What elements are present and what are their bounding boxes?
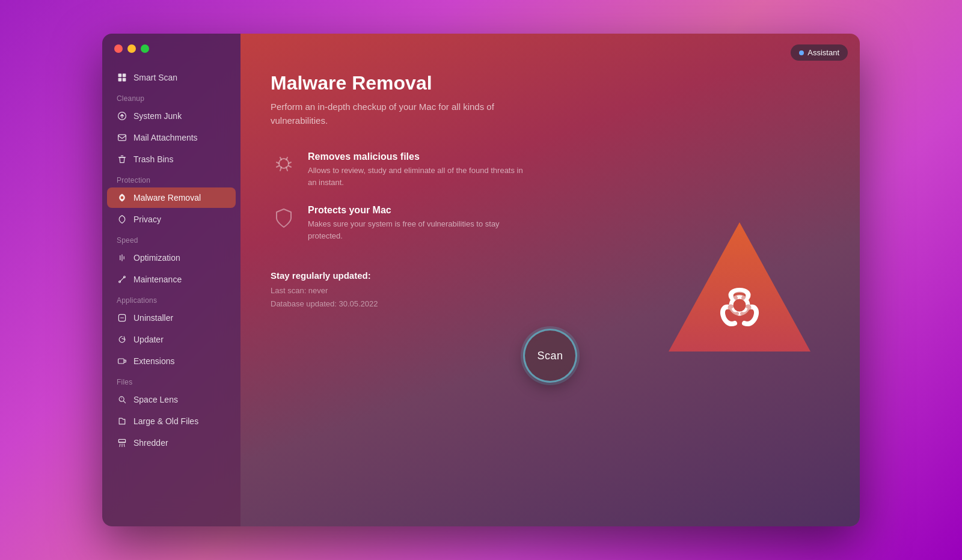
sidebar-item-label: Smart Scan [133, 73, 226, 82]
maintenance-icon [117, 274, 127, 285]
sidebar-item-label: System Junk [133, 111, 226, 121]
main-content: Assistant [240, 34, 860, 526]
system-junk-icon [117, 111, 127, 121]
sidebar-item-label: Mail Attachments [133, 133, 226, 142]
page-subtitle: Perform an in-depth checkup of your Mac … [271, 100, 499, 127]
space-lens-icon [117, 394, 127, 405]
uninstaller-icon [117, 312, 127, 323]
updater-icon [117, 334, 127, 345]
scan-button[interactable]: Scan [523, 329, 577, 383]
sidebar-item-malware-removal[interactable]: Malware Removal [107, 187, 236, 208]
sidebar-item-large-old-files[interactable]: Large & Old Files [107, 411, 236, 431]
svg-rect-0 [118, 74, 122, 78]
sidebar-item-shredder[interactable]: Shredder [107, 433, 236, 453]
sidebar-item-label: Shredder [133, 438, 226, 448]
svg-rect-5 [118, 135, 126, 141]
sidebar-item-label: Large & Old Files [133, 416, 226, 426]
feature-desc: Allows to review, study and eliminate al… [308, 165, 524, 188]
sidebar-section-speed: Speed [102, 230, 240, 247]
svg-rect-2 [118, 78, 122, 82]
sidebar-item-space-lens[interactable]: Space Lens [107, 389, 236, 410]
page-title: Malware Removal [271, 72, 830, 94]
svg-point-6 [121, 196, 124, 199]
svg-point-22 [279, 159, 289, 168]
sidebar-item-label: Optimization [133, 253, 226, 263]
biohazard-icon [655, 204, 824, 373]
optimization-icon [117, 252, 127, 263]
sidebar-item-label: Uninstaller [133, 313, 226, 323]
svg-rect-16 [118, 439, 125, 442]
sidebar-item-label: Privacy [133, 215, 226, 224]
feature-removes-text: Removes malicious files Allows to review… [308, 151, 524, 188]
feature-title: Removes malicious files [308, 151, 524, 162]
sidebar-item-maintenance[interactable]: Maintenance [107, 269, 236, 290]
svg-rect-3 [123, 78, 126, 82]
close-button[interactable] [114, 44, 123, 53]
assistant-dot [799, 50, 804, 55]
svg-line-17 [120, 444, 120, 447]
sidebar-item-system-junk[interactable]: System Junk [107, 106, 236, 126]
sidebar-item-label: Updater [133, 335, 226, 344]
assistant-button[interactable]: Assistant [791, 44, 848, 61]
sidebar-section-protection: Protection [102, 170, 240, 187]
maximize-button[interactable] [141, 44, 149, 53]
sidebar-item-optimization[interactable]: Optimization [107, 248, 236, 268]
svg-rect-13 [118, 359, 124, 364]
sidebar-item-label: Extensions [133, 356, 226, 366]
privacy-icon [117, 214, 127, 225]
feature-title: Protects your Mac [308, 205, 524, 216]
sidebar-item-label: Trash Bins [133, 154, 226, 164]
sidebar-item-label: Maintenance [133, 275, 226, 284]
extensions-icon [117, 356, 127, 367]
trash-icon [117, 154, 127, 165]
sidebar-item-updater[interactable]: Updater [107, 329, 236, 350]
sidebar-item-privacy[interactable]: Privacy [107, 209, 236, 230]
svg-rect-1 [123, 74, 126, 78]
feature-removes-malicious: Removes malicious files Allows to review… [271, 151, 830, 188]
assistant-label: Assistant [807, 48, 839, 57]
feature-protects-text: Protects your Mac Makes sure your system… [308, 205, 524, 242]
sidebar-item-trash-bins[interactable]: Trash Bins [107, 149, 236, 169]
bug-icon [271, 151, 297, 178]
sidebar-section-files: Files [102, 372, 240, 389]
shredder-icon [117, 437, 127, 448]
sidebar-item-label: Space Lens [133, 395, 226, 404]
sidebar-section-cleanup: Cleanup [102, 88, 240, 105]
feature-desc: Makes sure your system is free of vulner… [308, 218, 524, 242]
sidebar: Smart Scan Cleanup System Junk Mail Att [102, 34, 240, 526]
app-window: Smart Scan Cleanup System Junk Mail Att [102, 34, 860, 526]
svg-line-19 [124, 444, 124, 447]
sidebar-item-mail-attachments[interactable]: Mail Attachments [107, 127, 236, 148]
large-files-icon [117, 416, 127, 427]
minimize-button[interactable] [127, 44, 136, 53]
sidebar-item-uninstaller[interactable]: Uninstaller [107, 308, 236, 328]
traffic-lights [114, 44, 149, 53]
sidebar-section-applications: Applications [102, 290, 240, 307]
sidebar-item-label: Malware Removal [133, 193, 226, 202]
shield-icon [271, 205, 297, 231]
malware-icon [117, 192, 127, 203]
mail-icon [117, 132, 127, 143]
sidebar-item-smart-scan[interactable]: Smart Scan [107, 67, 236, 88]
sidebar-item-extensions[interactable]: Extensions [107, 351, 236, 371]
smart-scan-icon [117, 72, 127, 83]
